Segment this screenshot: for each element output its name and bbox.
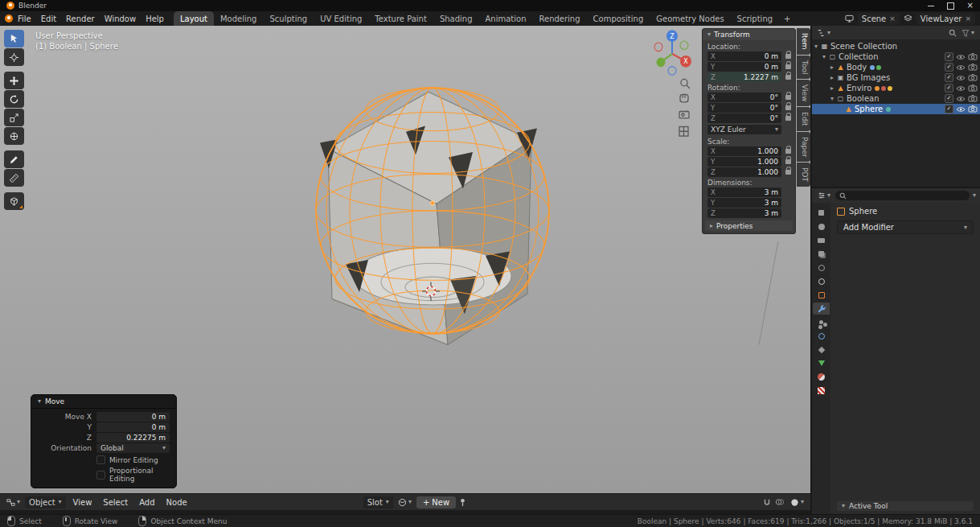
operator-panel-header[interactable]: ▾ Move bbox=[31, 395, 176, 409]
proportional-editing-checkbox[interactable] bbox=[96, 471, 105, 480]
disclosure-icon[interactable]: ▸ bbox=[828, 74, 836, 81]
outliner-row-scene-collection[interactable]: ▾ ▦ Scene Collection bbox=[812, 41, 980, 51]
orientation-dropdown[interactable]: Global ▾ bbox=[96, 443, 170, 453]
viewlayer-selector[interactable]: ViewLayer × bbox=[916, 13, 975, 25]
outliner-row-collection[interactable]: ▾ ▢ Collection ✓ bbox=[812, 51, 980, 62]
move-z-field[interactable]: 0.22275 m bbox=[96, 433, 170, 443]
outliner-row-enviro[interactable]: ▸ ▲ Enviro ✓ bbox=[812, 83, 980, 93]
gizmo-y-axis[interactable] bbox=[657, 58, 666, 68]
add-cube-tool[interactable] bbox=[4, 192, 24, 210]
cursor-tool[interactable] bbox=[4, 48, 24, 66]
lock-icon[interactable] bbox=[785, 149, 791, 154]
snap-icon[interactable] bbox=[763, 498, 771, 507]
disclosure-icon[interactable]: ▸ bbox=[828, 84, 836, 92]
tab-material[interactable] bbox=[813, 371, 830, 383]
tab-constraints[interactable] bbox=[813, 344, 830, 356]
eye-icon[interactable] bbox=[956, 106, 966, 113]
maximize-button[interactable] bbox=[947, 2, 954, 10]
dimensions-y-field[interactable]: Y3 m bbox=[707, 198, 781, 208]
menu-file[interactable]: File bbox=[13, 14, 36, 24]
tab-render[interactable] bbox=[813, 220, 830, 233]
scale-z-field[interactable]: Z1.000 bbox=[707, 167, 781, 177]
disclosure-icon[interactable]: ▾ bbox=[812, 43, 820, 50]
outliner-row-boolean[interactable]: ▾ ▢ Boolean ✓ bbox=[812, 93, 980, 104]
workspace-tab-texture-paint[interactable]: Texture Paint bbox=[368, 11, 433, 26]
lock-icon[interactable] bbox=[785, 54, 791, 59]
shader-type-selector[interactable]: Object ▾ bbox=[25, 496, 66, 508]
move-x-field[interactable]: 0 m bbox=[96, 412, 170, 422]
tab-modifiers[interactable] bbox=[813, 303, 830, 315]
select-box-tool[interactable] bbox=[4, 30, 24, 47]
editor-type-button[interactable]: ▾ bbox=[816, 29, 832, 37]
rotate-tool[interactable] bbox=[4, 90, 24, 108]
sidebar-tab-paper[interactable]: Paper bbox=[797, 132, 810, 163]
move-y-field[interactable]: 0 m bbox=[96, 422, 170, 432]
add-workspace-button[interactable]: + bbox=[779, 14, 795, 23]
measure-tool[interactable] bbox=[4, 169, 24, 187]
active-tool-panel-header[interactable]: ▾ Active Tool bbox=[837, 501, 974, 511]
sidebar-tab-view[interactable]: View bbox=[797, 80, 810, 106]
scale-tool[interactable] bbox=[4, 109, 24, 126]
outliner-row-body[interactable]: ▸ ▲ Body ✓ bbox=[812, 62, 980, 72]
menu-select[interactable]: Select bbox=[99, 498, 132, 507]
checkbox-icon[interactable]: ✓ bbox=[945, 84, 953, 93]
menu-help[interactable]: Help bbox=[141, 14, 169, 24]
camera-icon[interactable] bbox=[968, 64, 978, 71]
workspace-tab-layout[interactable]: Layout bbox=[174, 11, 214, 26]
clear-scene-icon[interactable]: × bbox=[889, 14, 896, 23]
filter-dropdown-icon[interactable]: ▾ bbox=[973, 192, 976, 199]
lock-icon[interactable] bbox=[785, 116, 791, 121]
disclosure-icon[interactable]: ▾ bbox=[820, 53, 828, 60]
tab-world[interactable] bbox=[813, 275, 830, 287]
tab-view-layer[interactable] bbox=[813, 248, 830, 260]
tab-object[interactable] bbox=[813, 289, 830, 301]
annotate-tool[interactable] bbox=[4, 150, 24, 168]
scene-selector[interactable]: Scene × bbox=[858, 13, 900, 25]
camera-icon[interactable] bbox=[968, 105, 978, 113]
location-x-field[interactable]: X0 m bbox=[707, 51, 781, 61]
menu-window[interactable]: Window bbox=[100, 14, 141, 24]
eye-icon[interactable] bbox=[956, 64, 966, 71]
transform-panel-header[interactable]: ▾ Transform bbox=[703, 29, 795, 40]
sidebar-tab-tool[interactable]: Tool bbox=[797, 56, 810, 79]
clear-viewlayer-icon[interactable]: × bbox=[965, 14, 971, 23]
workspace-tab-uv-editing[interactable]: UV Editing bbox=[314, 11, 368, 26]
lock-icon[interactable] bbox=[785, 95, 791, 100]
lock-icon[interactable] bbox=[785, 75, 791, 80]
tab-object-data[interactable] bbox=[813, 357, 830, 369]
eye-icon[interactable] bbox=[956, 96, 966, 102]
lock-icon[interactable] bbox=[785, 64, 791, 69]
minimize-button[interactable] bbox=[928, 6, 934, 6]
properties-panel-header[interactable]: ▸ Properties bbox=[705, 220, 793, 231]
scale-x-field[interactable]: X1.000 bbox=[707, 146, 781, 156]
eye-icon[interactable] bbox=[956, 85, 966, 92]
tab-scene[interactable] bbox=[813, 261, 830, 274]
sidebar-tab-edit[interactable]: Edit bbox=[797, 107, 810, 130]
camera-icon[interactable] bbox=[968, 53, 978, 60]
tab-active-tool[interactable] bbox=[813, 207, 830, 219]
workspace-tab-scripting[interactable]: Scripting bbox=[731, 11, 779, 26]
transform-tool[interactable] bbox=[4, 127, 24, 145]
lock-icon[interactable] bbox=[785, 159, 791, 164]
menu-node[interactable]: Node bbox=[162, 498, 191, 507]
overlays-icon[interactable] bbox=[775, 498, 785, 506]
rotation-z-field[interactable]: Z0° bbox=[707, 113, 781, 123]
checkbox-icon[interactable]: ✓ bbox=[945, 73, 953, 82]
filter-icon[interactable]: ▾ bbox=[960, 29, 976, 37]
workspace-tab-animation[interactable]: Animation bbox=[479, 11, 533, 26]
shading-preview-button[interactable]: ▾ bbox=[789, 498, 806, 507]
lock-icon[interactable] bbox=[785, 105, 791, 110]
scale-y-field[interactable]: Y1.000 bbox=[707, 157, 781, 167]
rotation-x-field[interactable]: X0° bbox=[707, 93, 781, 102]
search-icon[interactable] bbox=[949, 29, 957, 37]
menu-view[interactable]: View bbox=[69, 498, 96, 507]
editor-type-button[interactable]: ▾ bbox=[816, 191, 832, 200]
workspace-tab-rendering[interactable]: Rendering bbox=[532, 11, 586, 26]
tab-particles[interactable] bbox=[813, 316, 830, 328]
menu-edit[interactable]: Edit bbox=[36, 14, 61, 24]
lock-icon[interactable] bbox=[785, 170, 791, 175]
disclosure-icon[interactable]: ▾ bbox=[828, 95, 836, 102]
slot-selector[interactable]: Slot ▾ bbox=[363, 496, 393, 508]
checkbox-icon[interactable]: ✓ bbox=[945, 94, 953, 103]
camera-icon[interactable] bbox=[968, 84, 978, 92]
